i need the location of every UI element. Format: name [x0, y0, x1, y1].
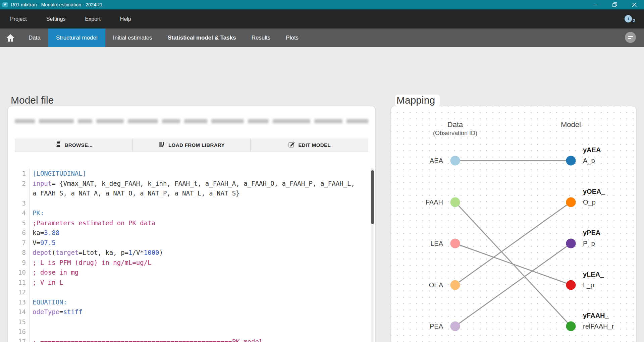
- code-line: 2input= {Vmax_NAT, k_deg_FAAH, k_inh, FA…: [8, 179, 370, 189]
- code-line: 12: [8, 287, 370, 297]
- menu-item-export[interactable]: Export: [85, 16, 101, 22]
- code-line: 4PK:: [8, 208, 370, 218]
- model-file-toolbar: BROWSE...LOAD FROM LIBRARYEDIT MODEL: [15, 138, 368, 152]
- mapping-link: [455, 243, 571, 285]
- mapping-model-node-l_p[interactable]: [566, 280, 576, 290]
- edit-pencil-icon: [288, 141, 295, 149]
- mapping-model-node-relfaah_r[interactable]: [566, 322, 576, 331]
- line-number: 7: [8, 238, 30, 248]
- line-number: 15: [8, 317, 30, 327]
- browse-tree-icon: [55, 141, 61, 149]
- code-editor[interactable]: 1[LONGITUDINAL]2input= {Vmax_NAT, k_deg_…: [8, 167, 370, 342]
- close-icon[interactable]: [625, 0, 644, 9]
- minimize-icon[interactable]: [586, 0, 605, 9]
- code-line: 10; dose in mg: [8, 268, 370, 278]
- line-number: 4: [8, 208, 30, 218]
- line-number: 1: [8, 169, 30, 179]
- mapping-model-name-yfaah_: yFAAH_: [583, 312, 609, 320]
- mapping-data-node-oea[interactable]: [450, 280, 460, 290]
- line-number: 10: [8, 268, 30, 278]
- code-line: 14odeType=stiff: [8, 307, 370, 317]
- code-line: 16: [8, 327, 370, 337]
- mapping-model-node-o_p[interactable]: [566, 197, 576, 207]
- edit-model-button[interactable]: EDIT MODEL: [250, 138, 368, 152]
- library-icon: [158, 141, 165, 149]
- tab-home[interactable]: [0, 28, 21, 47]
- mapping-model-name-ylea_: yLEA_: [583, 270, 604, 278]
- mapping-model-sub-o_p: O_p: [583, 198, 596, 206]
- code-line: 15: [8, 317, 370, 327]
- line-number: 2: [8, 179, 30, 189]
- tab-statistical-model-tasks[interactable]: Statistical model & Tasks: [160, 28, 244, 47]
- restore-icon[interactable]: [605, 0, 625, 9]
- notification-indicator[interactable]: i 2: [625, 15, 635, 23]
- tab-results[interactable]: Results: [244, 28, 278, 47]
- mapping-model-node-a_p[interactable]: [566, 156, 576, 166]
- editor-scrollbar[interactable]: [371, 168, 374, 342]
- mapping-model-sub-relfaah_r: relFAAH_r: [583, 323, 614, 330]
- browse--button[interactable]: BROWSE...: [15, 138, 132, 152]
- mapping-data-label-aea: AEA: [430, 157, 443, 165]
- mapping-model-sub-a_p: A_p: [583, 157, 595, 165]
- line-number: 12: [8, 287, 30, 297]
- code-line: 11; V in L: [8, 278, 370, 288]
- window-title: R01.mlxtran - Monolix estimation - 2024R…: [11, 2, 103, 7]
- menu-item-help[interactable]: Help: [120, 16, 131, 22]
- tab-plots[interactable]: Plots: [278, 28, 306, 47]
- home-icon: [6, 34, 15, 42]
- mapping-links: [391, 106, 636, 342]
- title-bar: R01.mlxtran - Monolix estimation - 2024R…: [0, 0, 644, 9]
- mapping-data-label-lea: LEA: [430, 240, 443, 247]
- line-number: 5: [8, 218, 30, 228]
- code-line: a_FAAH_S, a_NAT_A, a_NAT_O, a_NAT_P, a_N…: [8, 188, 370, 198]
- mapping-data-node-faah[interactable]: [450, 197, 460, 207]
- editor-scrollbar-thumb[interactable]: [371, 170, 374, 224]
- mapping-panel: Data (Observation ID) Model AEAFAAHLEAOE…: [391, 106, 636, 342]
- mapping-model-sub-l_p: L_p: [583, 281, 594, 289]
- line-number: 3: [8, 198, 30, 209]
- mapping-data-label-pea: PEA: [430, 323, 443, 330]
- mapping-link: [455, 202, 571, 285]
- code-line: 3: [8, 198, 370, 209]
- mapping-data-node-pea[interactable]: [450, 322, 460, 331]
- mapping-data-label-faah: FAAH: [426, 198, 443, 206]
- main-content: Model file Mapping BROWSE...LOAD FROM LI…: [0, 47, 644, 342]
- mapping-data-node-aea[interactable]: [450, 156, 460, 166]
- code-line: 6ka=3.88: [8, 228, 370, 238]
- model-file-path-blurred: [15, 119, 368, 124]
- model-file-title: Model file: [11, 95, 54, 106]
- mapping-data-subheader: (Observation ID): [433, 130, 477, 137]
- menu-bar: ProjectSettingsExportHelp i 2: [0, 9, 644, 28]
- chat-bubble-icon[interactable]: [624, 32, 637, 44]
- monolix-logo-icon: [2, 2, 8, 8]
- code-line: 9; L is PFM (drug) in ng/mL=ug/L: [8, 258, 370, 268]
- model-file-panel: BROWSE...LOAD FROM LIBRARYEDIT MODEL 1[L…: [8, 106, 375, 342]
- line-number: 14: [8, 307, 30, 317]
- mapping-data-header: Data: [447, 120, 463, 129]
- line-number: 16: [8, 327, 30, 337]
- mapping-data-node-lea[interactable]: [450, 239, 460, 248]
- mapping-model-header: Model: [561, 120, 581, 129]
- mapping-model-node-p_p[interactable]: [566, 239, 576, 248]
- mapping-model-name-yaea_: yAEA_: [583, 146, 604, 154]
- line-number: 13: [8, 297, 30, 307]
- mapping-model-name-ypea_: yPEA_: [583, 229, 604, 237]
- code-line: 17; ====================================…: [8, 337, 370, 342]
- load-from-library-button[interactable]: LOAD FROM LIBRARY: [132, 138, 251, 152]
- tab-data[interactable]: Data: [21, 28, 48, 47]
- line-number: 8: [8, 248, 30, 258]
- menu-item-project[interactable]: Project: [10, 16, 27, 22]
- code-line: 8depot(target=Ltot, ka, p=1/V*1000): [8, 248, 370, 258]
- mapping-link: [455, 243, 571, 326]
- mapping-data-label-oea: OEA: [429, 281, 443, 289]
- info-icon: i: [625, 15, 632, 22]
- line-number: [8, 188, 30, 198]
- line-number: 6: [8, 228, 30, 238]
- menu-item-settings[interactable]: Settings: [46, 16, 66, 22]
- code-line: 7V=97.5: [8, 238, 370, 248]
- tab-structural-model[interactable]: Structural model: [48, 28, 105, 47]
- code-line: 5;Parameters estimated on PK data: [8, 218, 370, 228]
- tab-initial-estimates[interactable]: Initial estimates: [105, 28, 160, 47]
- code-line: 1[LONGITUDINAL]: [8, 169, 370, 179]
- notification-count: 2: [633, 18, 635, 23]
